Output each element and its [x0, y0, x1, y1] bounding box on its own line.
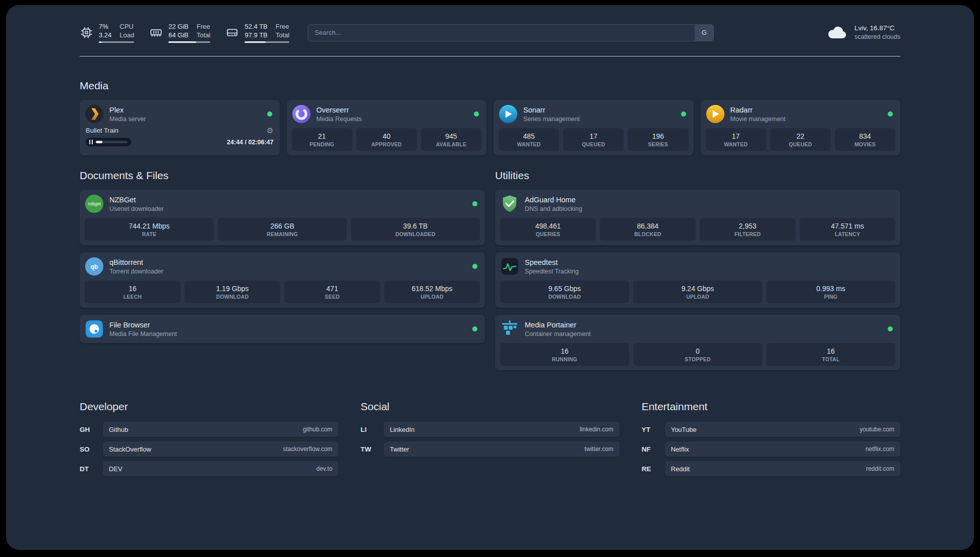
stat-value: 744.21 Mbps [87, 221, 212, 231]
stat-box: 9.24 Gbps UPLOAD [633, 281, 762, 303]
qbittorrent-icon: qb [85, 257, 104, 276]
stat-value: 17 [565, 132, 622, 141]
cpu-widget: 7% 3.24 CPU Load [80, 22, 134, 43]
service-card-portainer[interactable]: Media Portainer Container management 16 … [495, 315, 900, 370]
disk-icon [225, 26, 239, 39]
service-card-speedtest[interactable]: Speedtest Speedtest Tracking 9.65 Gbps D… [495, 252, 900, 308]
cpu-percent: 7% [99, 22, 111, 31]
stat-label: UPLOAD [386, 293, 478, 300]
bookmark-link-netflix[interactable]: Netflix netflix.com [665, 441, 900, 457]
bookmark-link-github[interactable]: Github github.com [103, 422, 338, 437]
stat-value: 2,953 [702, 221, 793, 231]
service-card-sonarr[interactable]: Sonarr Series management 485 WANTED 17 Q… [494, 100, 694, 155]
stat-box: 0.993 ms PING [766, 281, 895, 303]
service-card-overseerr[interactable]: Overseerr Media Requests 21 PENDING 40 A… [287, 100, 487, 155]
service-card-radarr[interactable]: Radarr Movie management 17 WANTED 22 QUE… [701, 100, 901, 155]
cpu-icon [80, 26, 93, 39]
player-progress[interactable] [86, 138, 131, 146]
stat-label: FILTERED [702, 231, 793, 238]
sonarr-icon [499, 104, 518, 124]
service-subtitle: Movie management [730, 115, 786, 123]
bookmark-abbr: YT [642, 426, 657, 433]
section-documents: Documents & Files nzbget [80, 170, 485, 343]
bookmark-name: DEV [109, 465, 122, 473]
bookmark-link-linkedin[interactable]: LinkedIn linkedin.com [384, 422, 619, 437]
search-provider-button[interactable]: G [695, 25, 713, 41]
cpu-load-label: Load [119, 31, 134, 39]
service-name: NZBGet [109, 195, 164, 205]
status-dot [472, 326, 477, 331]
bookmark-link-dev[interactable]: DEV dev.to [103, 461, 338, 476]
pause-icon[interactable] [89, 140, 93, 144]
stat-box: 40 APPROVED [356, 128, 417, 151]
content-container: 7% 3.24 CPU Load [80, 5, 900, 498]
status-dot [681, 112, 686, 117]
service-subtitle: Container management [525, 330, 591, 338]
bookmark-abbr: TW [360, 445, 376, 453]
status-dot [888, 326, 893, 331]
stat-label: RUNNING [502, 356, 627, 363]
service-card-nzbget[interactable]: nzbget NZBGet Usenet downloader 74 [80, 190, 485, 245]
search-input[interactable] [308, 24, 714, 41]
stat-value: 9.24 Gbps [635, 284, 760, 293]
stat-label: QUERIES [502, 231, 594, 238]
bookmark-abbr: SO [80, 445, 95, 453]
stat-value: 16 [502, 347, 627, 356]
stat-box: 945 AVAILABLE [421, 128, 481, 151]
stat-label: SEED [286, 293, 378, 300]
stat-label: QUEUED [772, 141, 829, 148]
stat-label: MOVIES [837, 141, 893, 148]
cpu-label: CPU [119, 22, 134, 31]
bookmark-domain: youtube.com [860, 426, 894, 433]
memory-usage-bar [168, 41, 210, 43]
stat-box: 39.6 TB DOWNLOADED [351, 218, 480, 241]
stat-value: 618.52 Mbps [386, 284, 478, 293]
bookmark-link-stackoverflow[interactable]: StackOverflow stackoverflow.com [103, 441, 338, 457]
bookmark-row: RE Reddit reddit.com [642, 461, 900, 476]
nzbget-icon: nzbget [85, 194, 104, 213]
memory-total-label: Total [197, 31, 210, 39]
stat-box: 498,461 QUERIES [500, 218, 596, 241]
bookmark-row: GH Github github.com [80, 422, 338, 437]
stat-value: 9.65 Gbps [502, 284, 627, 293]
disk-total-label: Total [276, 31, 289, 39]
bookmark-link-twitter[interactable]: Twitter twitter.com [384, 441, 619, 457]
status-dot [888, 112, 893, 117]
service-name: Radarr [730, 105, 786, 115]
status-dot [267, 112, 272, 117]
bookmark-row: SO StackOverflow stackoverflow.com [80, 441, 338, 457]
stat-box: 1.19 Gbps DOWNLOAD [185, 281, 280, 303]
stat-value: 0 [635, 347, 760, 356]
bookmark-domain: dev.to [317, 465, 333, 472]
stat-label: SERIES [630, 141, 686, 148]
bookmark-link-youtube[interactable]: YouTube youtube.com [665, 422, 900, 437]
gear-icon[interactable]: ⚙ [267, 127, 273, 134]
progress-track[interactable] [96, 141, 128, 143]
bookmark-name: StackOverflow [109, 445, 151, 453]
service-card-qbittorrent[interactable]: qb qBittorrent Torrent downloader [80, 252, 485, 308]
bookmark-name: Netflix [671, 445, 689, 453]
memory-widget: 22 GiB 64 GiB Free Total [149, 22, 210, 43]
bookmark-domain: stackoverflow.com [283, 445, 332, 453]
stat-box: 834 MOVIES [835, 128, 895, 151]
stat-box: 21 PENDING [292, 128, 352, 151]
bookmark-abbr: GH [80, 426, 95, 433]
service-name: Plex [109, 105, 146, 115]
bookmark-link-reddit[interactable]: Reddit reddit.com [665, 461, 900, 476]
stat-label: DOWNLOADED [353, 231, 478, 238]
bookmark-abbr: NF [642, 445, 657, 453]
stat-value: 86,384 [602, 221, 694, 231]
service-name: Overseerr [317, 105, 362, 115]
service-name: AdGuard Home [525, 195, 582, 205]
service-card-adguard[interactable]: AdGuard Home DNS and adblocking 498,461 … [495, 190, 900, 245]
stat-label: DOWNLOAD [502, 293, 627, 300]
dashboard-panel: 7% 3.24 CPU Load [6, 5, 974, 550]
section-title-documents: Documents & Files [80, 170, 485, 182]
stat-label: QUEUED [565, 141, 622, 148]
stat-label: RATE [87, 231, 212, 238]
service-card-plex[interactable]: Plex Media server Bullet Train ⚙ [80, 100, 280, 155]
bookmark-group-developer: Developer GH Github github.com SO StackO… [80, 401, 338, 476]
status-dot [474, 112, 479, 117]
topbar-divider [80, 56, 900, 57]
service-card-filebrowser[interactable]: File Browser Media File Management [80, 315, 485, 343]
